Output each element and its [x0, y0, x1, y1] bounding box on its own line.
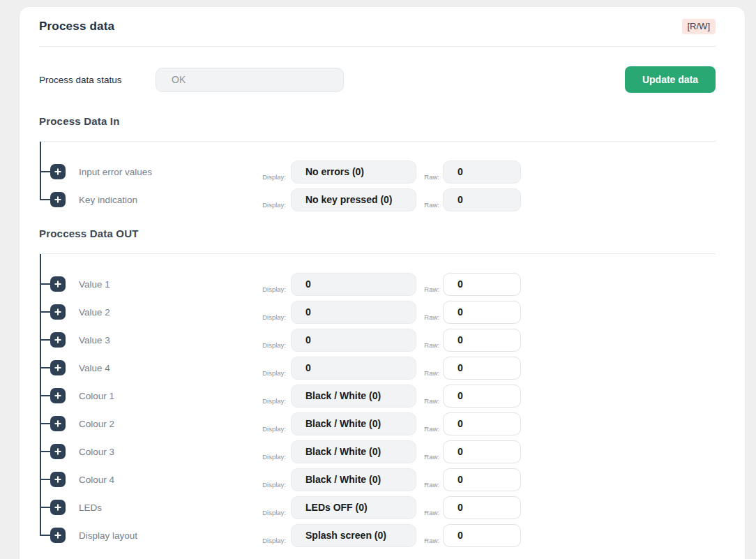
- raw-caption: Raw:: [416, 397, 439, 405]
- tree-row: Value 3 Display: Raw:: [39, 326, 716, 354]
- display-caption: Display:: [248, 509, 286, 516]
- tree-branch: [40, 423, 50, 424]
- row-label: Colour 3: [79, 447, 248, 457]
- expand-row-button[interactable]: [50, 528, 66, 543]
- tree-row: Value 1 Display: Raw:: [39, 270, 716, 298]
- tree-branch: [40, 311, 50, 313]
- display-value-field[interactable]: [291, 468, 416, 491]
- display-caption: Display:: [248, 341, 286, 349]
- row-label: Input error values: [79, 167, 248, 177]
- row-label: LEDs: [79, 502, 248, 513]
- display-value-field[interactable]: [291, 412, 416, 435]
- tree-branch: [40, 395, 50, 396]
- tree-branch: [40, 171, 50, 172]
- raw-caption: Raw:: [416, 173, 439, 181]
- display-caption: Display:: [248, 397, 286, 405]
- tree-row: Input error values Display: Raw:: [39, 158, 716, 186]
- plus-icon: [54, 392, 62, 400]
- tree-row: Colour 4 Display: Raw:: [39, 465, 716, 493]
- process-data-card: Process data [R/W] Process data status U…: [20, 7, 745, 559]
- divider: [39, 46, 716, 47]
- raw-value-field[interactable]: [443, 357, 521, 380]
- tree-branch: [40, 451, 50, 452]
- expand-row-button[interactable]: [50, 444, 66, 459]
- tree-row: Display layout Display: Raw:: [39, 521, 716, 549]
- raw-caption: Raw:: [416, 509, 439, 516]
- expand-row-button[interactable]: [50, 360, 66, 375]
- expand-row-button[interactable]: [50, 500, 66, 515]
- tree: Value 1 Display: Raw: Value 2 Display: R…: [39, 254, 716, 549]
- row-label: Key indication: [79, 195, 248, 205]
- expand-row-button[interactable]: [50, 164, 66, 179]
- raw-value-field[interactable]: [443, 329, 521, 352]
- display-value-field[interactable]: [291, 301, 416, 324]
- raw-value-field[interactable]: [443, 301, 521, 324]
- display-value-field[interactable]: [291, 357, 416, 380]
- expand-row-button[interactable]: [50, 192, 66, 207]
- section: Process Data In Input error values Displ…: [39, 115, 716, 214]
- plus-icon: [54, 195, 62, 204]
- status-row: Process data status Update data: [39, 66, 716, 93]
- display-caption: Display:: [248, 369, 286, 377]
- row-label: Value 1: [79, 279, 248, 290]
- raw-caption: Raw:: [416, 285, 439, 293]
- raw-caption: Raw:: [416, 481, 439, 489]
- display-value-field[interactable]: [291, 161, 416, 184]
- card-header: Process data [R/W]: [39, 18, 716, 35]
- tree-branch: [40, 535, 50, 536]
- raw-caption: Raw:: [416, 425, 439, 433]
- display-value-field[interactable]: [291, 273, 416, 296]
- raw-value-field[interactable]: [443, 468, 521, 491]
- display-value-field[interactable]: [291, 496, 416, 519]
- display-value-field[interactable]: [291, 188, 416, 211]
- display-caption: Display:: [248, 453, 286, 461]
- raw-value-field: [443, 188, 521, 211]
- raw-value-field[interactable]: [443, 524, 521, 547]
- row-label: Value 4: [79, 363, 248, 373]
- raw-caption: Raw:: [416, 201, 439, 209]
- plus-icon: [54, 531, 62, 539]
- raw-caption: Raw:: [416, 537, 439, 544]
- display-value-field[interactable]: [291, 329, 416, 352]
- display-value-field[interactable]: [291, 385, 416, 408]
- display-caption: Display:: [248, 481, 286, 489]
- update-data-button[interactable]: Update data: [625, 66, 716, 93]
- expand-row-button[interactable]: [50, 304, 66, 320]
- tree-row: Colour 3 Display: Raw:: [39, 438, 716, 465]
- tree-row: Colour 1 Display: Raw:: [39, 382, 716, 410]
- row-label: Colour 4: [79, 475, 248, 485]
- tree-branch: [40, 507, 50, 508]
- raw-value-field[interactable]: [443, 496, 521, 519]
- display-caption: Display:: [248, 313, 286, 321]
- display-value-field[interactable]: [291, 524, 416, 547]
- tree-row: Value 4 Display: Raw:: [39, 354, 716, 382]
- plus-icon: [54, 419, 62, 428]
- plus-icon: [54, 475, 62, 484]
- display-caption: Display:: [248, 537, 286, 544]
- page-title: Process data: [39, 18, 114, 35]
- raw-caption: Raw:: [416, 341, 439, 349]
- display-caption: Display:: [248, 201, 286, 209]
- raw-value-field: [443, 161, 521, 184]
- tree-branch: [40, 367, 50, 368]
- raw-value-field[interactable]: [443, 440, 521, 463]
- tree-row: Value 2 Display: Raw:: [39, 298, 716, 326]
- tree-branch: [40, 479, 50, 480]
- tree-branch: [40, 199, 50, 200]
- expand-row-button[interactable]: [50, 332, 66, 348]
- plus-icon: [54, 447, 62, 456]
- tree: Input error values Display: Raw: Key ind…: [39, 142, 716, 214]
- expand-row-button[interactable]: [50, 416, 66, 431]
- expand-row-button[interactable]: [50, 472, 66, 487]
- expand-row-button[interactable]: [50, 388, 66, 403]
- row-label: Display layout: [79, 530, 248, 541]
- raw-value-field[interactable]: [443, 385, 521, 408]
- display-value-field[interactable]: [291, 440, 416, 463]
- expand-row-button[interactable]: [50, 276, 66, 292]
- plus-icon: [54, 308, 62, 316]
- display-caption: Display:: [248, 173, 286, 181]
- display-caption: Display:: [248, 285, 286, 293]
- raw-value-field[interactable]: [443, 412, 521, 435]
- tree-row: Key indication Display: Raw:: [39, 186, 716, 214]
- raw-value-field[interactable]: [443, 273, 521, 296]
